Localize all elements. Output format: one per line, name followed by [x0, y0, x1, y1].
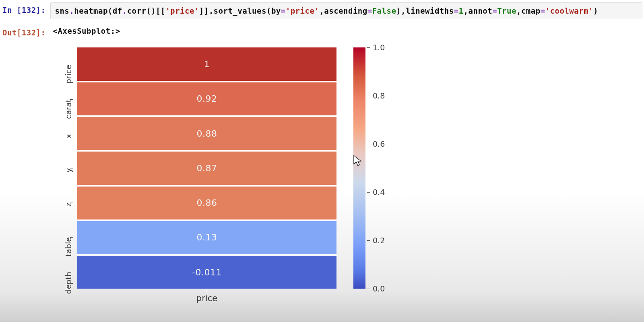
cursor-icon: [353, 155, 361, 166]
y-tick-label: price: [64, 65, 73, 84]
code-token: 1: [459, 6, 464, 15]
code-token: ,: [319, 6, 324, 15]
output-repr: <AxesSubplot:>: [50, 25, 120, 35]
code-token: False: [372, 6, 396, 15]
colorbar-tick: [367, 47, 370, 48]
code-token: =: [281, 6, 286, 15]
colorbar-ticks: 1.00.80.60.40.20.0: [367, 47, 399, 289]
colorbar-tick-label: 0.8: [373, 91, 385, 100]
code-token: ): [593, 6, 598, 15]
colorbar: [353, 47, 365, 289]
code-token: ()[[: [146, 6, 165, 15]
x-tick: [77, 289, 336, 292]
code-token: =: [541, 6, 545, 15]
heatmap-cell: 0.86: [77, 187, 336, 221]
code-token: sns: [55, 6, 69, 15]
y-tick: [70, 237, 73, 238]
code-token: 'coolwarm': [545, 6, 593, 15]
colorbar-tick: [367, 240, 370, 241]
code-token: .: [122, 6, 127, 15]
code-token: sort_values: [214, 6, 266, 15]
out-prompt: Out[132]:: [0, 25, 50, 37]
colorbar-tick: [367, 192, 370, 193]
colorbar-tick-label: 0.2: [373, 236, 385, 245]
colorbar-tick-label: 0.4: [373, 188, 385, 197]
code-token: df: [113, 6, 122, 15]
heatmap-cell: 0.87: [77, 152, 336, 186]
heatmap-cell: 0.92: [77, 82, 336, 117]
code-token: ),: [396, 6, 406, 15]
colorbar-tick: [367, 289, 370, 289]
code-token: 'price': [286, 6, 320, 15]
colorbar-tick: [367, 144, 370, 144]
y-tick: [70, 65, 73, 65]
y-tick-label: carat: [64, 99, 73, 119]
input-cell: In [132]: sns.heatmap(df.corr()[['price'…: [0, 0, 644, 19]
code-token: (: [266, 6, 271, 15]
code-token: by: [271, 6, 281, 15]
y-tick: [70, 203, 73, 203]
code-token: heatmap: [74, 6, 108, 15]
code-token: True: [497, 6, 516, 15]
code-token: 'price': [165, 6, 199, 15]
colorbar-tick-label: 0.6: [373, 139, 385, 148]
y-tick-label: x: [64, 134, 73, 138]
colorbar-tick-label: 1.0: [373, 43, 385, 52]
code-token: annot: [469, 6, 493, 15]
code-token: =: [492, 6, 497, 15]
colorbar-tick: [367, 96, 370, 96]
y-tick: [70, 99, 73, 100]
heatmap-cell: 1: [77, 47, 336, 82]
heatmap-figure: pricecaratxyztabledepth 10.920.880.870.8…: [56, 47, 418, 305]
y-tick: [70, 168, 73, 168]
y-tick-label: depth: [64, 272, 73, 294]
in-prompt: In [132]:: [0, 2, 50, 14]
colorbar-gradient: [353, 47, 365, 289]
code-input[interactable]: sns.heatmap(df.corr()[['price']].sort_va…: [50, 2, 642, 19]
heatmap-cell: -0.011: [77, 256, 336, 289]
heatmap-cell: 0.13: [77, 221, 336, 256]
code-token: (: [108, 6, 113, 15]
y-tick: [70, 134, 73, 134]
code-token: ,: [464, 6, 469, 15]
code-token: ]].: [199, 6, 214, 15]
output-cell: Out[132]: <AxesSubplot:>: [0, 25, 644, 37]
code-token: linewidths: [406, 6, 454, 15]
y-axis: pricecaratxyztabledepth: [56, 47, 76, 289]
y-tick-label: z: [64, 203, 73, 207]
y-tick-label: y: [64, 168, 73, 172]
heatmap-cell: 0.88: [77, 117, 336, 152]
code-token: .: [69, 6, 74, 15]
code-token: =: [367, 6, 372, 15]
code-token: ,: [516, 6, 521, 15]
heatmap-cells: 10.920.880.870.860.13-0.011: [77, 47, 336, 289]
code-token: =: [454, 6, 459, 15]
y-tick-label: table: [64, 237, 73, 256]
code-token: ascending: [324, 6, 367, 15]
colorbar-tick-label: 0.0: [373, 284, 385, 293]
y-tick: [70, 272, 73, 272]
code-token: cmap: [521, 6, 541, 15]
x-axis-label: price: [77, 293, 336, 303]
code-token: corr: [127, 6, 147, 15]
